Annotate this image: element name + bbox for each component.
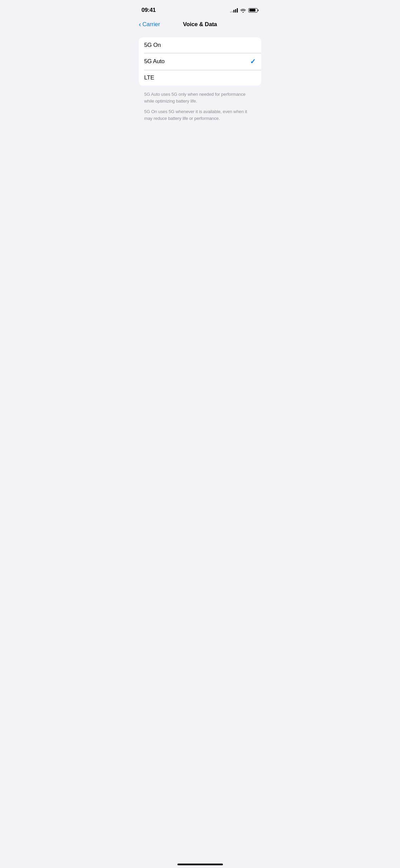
5g-auto-checkmark: ✓ <box>250 57 256 66</box>
chevron-left-icon: ‹ <box>139 20 141 28</box>
signal-bars-icon <box>230 8 238 13</box>
status-bar: 09:41 <box>133 0 267 18</box>
description-section: 5G Auto uses 5G only when needed for per… <box>139 88 261 122</box>
5g-auto-row[interactable]: 5G Auto ✓ <box>139 53 261 70</box>
signal-bar-1 <box>230 12 231 13</box>
wifi-icon <box>240 8 246 13</box>
signal-bar-5 <box>237 8 238 13</box>
back-label: Carrier <box>142 21 160 28</box>
battery-fill <box>249 9 256 12</box>
voice-data-options-card: 5G On 5G Auto ✓ LTE <box>139 37 261 86</box>
signal-bar-2 <box>232 11 233 13</box>
lte-row[interactable]: LTE <box>139 70 261 86</box>
battery-tip <box>258 10 259 11</box>
navigation-bar: ‹ Carrier Voice & Data <box>133 18 267 32</box>
back-button[interactable]: ‹ Carrier <box>139 21 160 28</box>
battery-icon <box>248 8 259 13</box>
5g-auto-label: 5G Auto <box>144 58 165 65</box>
lte-label: LTE <box>144 74 154 81</box>
status-icons <box>230 8 259 13</box>
5g-on-label: 5G On <box>144 42 161 49</box>
page-title: Voice & Data <box>183 21 217 28</box>
main-content: 5G On 5G Auto ✓ LTE 5G Auto uses 5G only… <box>133 32 267 122</box>
signal-bar-4 <box>235 9 236 13</box>
signal-bar-3 <box>233 10 234 13</box>
5g-on-row[interactable]: 5G On <box>139 37 261 53</box>
5g-auto-description: 5G Auto uses 5G only when needed for per… <box>144 91 256 104</box>
battery-body <box>248 8 258 13</box>
5g-on-description: 5G On uses 5G whenever it is available, … <box>144 108 256 122</box>
status-time: 09:41 <box>141 7 156 14</box>
